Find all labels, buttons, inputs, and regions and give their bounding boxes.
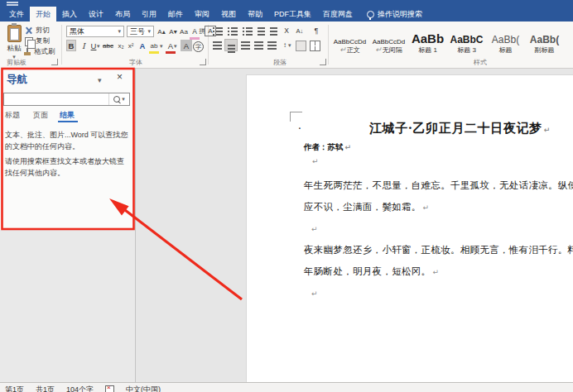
align-right-button[interactable] <box>241 41 250 43</box>
nav-tab-headings[interactable]: 标题 <box>5 110 20 121</box>
text-effects-button[interactable]: A <box>137 40 147 51</box>
shading-button[interactable] <box>296 41 306 51</box>
format-painter-button[interactable]: 格式刷 <box>23 47 55 57</box>
number-list-lines <box>231 27 238 29</box>
quick-access-toolbar[interactable] <box>7 2 20 6</box>
style-normal[interactable]: AaBbCcDd ↵正文 <box>331 25 368 55</box>
align-left-button[interactable] <box>213 41 222 43</box>
style-name: 标题 1 <box>418 45 437 55</box>
subscript-button[interactable]: x₂ <box>116 40 126 51</box>
asian-layout-button[interactable]: X <box>282 25 291 36</box>
status-page-number[interactable]: 第1页 <box>5 385 24 392</box>
body-line[interactable]: ↵ <box>304 282 573 304</box>
status-language[interactable]: 中文(中国) <box>126 385 161 392</box>
status-bar: 第1页 共1页 104个字 中文(中国) <box>0 382 573 392</box>
style-heading1[interactable]: AaBb 标题 1 <box>409 25 446 55</box>
clipboard-dialog-launcher[interactable] <box>51 59 58 65</box>
nav-description-2: 请使用搜索框查找文本或者放大镜查找任何其他内容。 <box>5 156 130 179</box>
paste-button[interactable]: 粘贴 ▾ <box>3 25 25 61</box>
style-no-spacing[interactable]: AaBbCcDd ↵无间隔 <box>370 25 407 55</box>
tell-me-search[interactable]: 操作说明搜索 <box>367 7 422 22</box>
text-highlight-button[interactable]: ab <box>149 40 159 54</box>
grow-font-button[interactable]: A▴ <box>156 26 166 37</box>
font-name-combo[interactable]: 黑体 ▾ <box>66 26 124 37</box>
font-size-value: 三号 <box>130 26 145 37</box>
tab-layout[interactable]: 布局 <box>109 7 136 22</box>
document-title[interactable]: 江城子·乙卯正月二十日夜记梦↵ <box>369 121 551 136</box>
status-total-pages[interactable]: 共1页 <box>36 385 55 392</box>
superscript-button[interactable]: x² <box>126 40 136 51</box>
tab-review[interactable]: 审阅 <box>189 7 215 22</box>
body-line[interactable]: 应不识，尘满面，鬓如霜。↵ <box>304 196 573 218</box>
body-line[interactable]: 年肠断处，明月夜，短松冈。↵ <box>304 261 573 282</box>
tab-pdf-tools[interactable]: PDF工具集 <box>268 7 317 22</box>
pane-options-chevron[interactable]: ▾ <box>98 76 102 84</box>
style-title[interactable]: AaBb( 标题 <box>487 25 524 55</box>
status-word-count[interactable]: 104个字 <box>66 385 94 392</box>
body-line[interactable]: ↵ <box>304 218 573 239</box>
cut-button[interactable]: 剪切 <box>25 26 50 36</box>
tab-design[interactable]: 设计 <box>83 7 109 22</box>
pilcrow-mark: ↵ <box>312 157 319 165</box>
proofing-errors-icon[interactable] <box>105 385 114 392</box>
numbering-button[interactable] <box>228 27 238 29</box>
nav-tab-results[interactable]: 结果 <box>60 110 75 121</box>
tab-help[interactable]: 帮助 <box>242 7 268 22</box>
bold-button[interactable]: B <box>66 40 76 51</box>
style-name: ↵无间隔 <box>375 45 402 55</box>
chevron-down-icon: ▾ <box>118 28 121 35</box>
body-line[interactable]: 年生死两茫茫，不思量，自难忘。千里孤坟，无处话凄凉。纵使相逢 <box>304 174 573 196</box>
clipboard-group-label: 剪贴板 <box>7 58 26 67</box>
copy-label: 复制 <box>36 36 50 46</box>
tab-insert[interactable]: 插入 <box>56 7 83 22</box>
copy-icon <box>25 37 33 46</box>
document-author[interactable]: 作者：苏轼↵ <box>304 142 351 153</box>
tab-file[interactable]: 文件 <box>3 7 30 22</box>
italic-button[interactable]: I <box>79 40 89 51</box>
tab-baidu-netdisk[interactable]: 百度网盘 <box>317 7 359 22</box>
character-shading-button[interactable]: A <box>181 40 192 51</box>
tab-references[interactable]: 引用 <box>136 7 162 22</box>
decrease-indent-button[interactable] <box>258 27 265 29</box>
chevron-down-icon: ▾ <box>160 43 163 50</box>
copy-button[interactable]: 复制 <box>25 36 50 46</box>
align-center-button[interactable] <box>224 39 238 51</box>
font-dialog-launcher[interactable] <box>200 59 206 65</box>
format-painter-label: 格式刷 <box>34 47 55 57</box>
brush-icon <box>23 48 31 56</box>
paragraph-dialog-launcher[interactable] <box>320 59 326 65</box>
tell-me-label: 操作说明搜索 <box>378 9 422 20</box>
search-button[interactable]: ▾ <box>108 93 129 105</box>
nav-tab-pages[interactable]: 页面 <box>33 110 48 121</box>
tab-view[interactable]: 视图 <box>215 7 242 22</box>
document-page[interactable]: · 江城子·乙卯正月二十日夜记梦↵ 作者：苏轼↵ ↵ 年生死两茫茫，不思量，自难… <box>246 74 573 383</box>
body-line[interactable]: 夜来幽梦忽还乡，小轩窗，正梳妆。相顾无言，惟有泪千行。料得年 <box>304 239 573 261</box>
bullet-list-icon <box>213 27 214 29</box>
nav-description-1: 文本、批注、图片...Word 可以查找您的文档中的任何内容。 <box>5 130 130 152</box>
group-divider <box>328 25 329 65</box>
style-preview: AaBb <box>412 31 444 45</box>
sort-button[interactable]: A↓ <box>295 25 305 36</box>
style-subtitle[interactable]: AaBb( 副标题 <box>526 25 563 55</box>
show-marks-button[interactable]: ¶ <box>311 25 321 36</box>
distribute-button[interactable] <box>267 41 277 43</box>
search-input[interactable] <box>4 93 108 105</box>
pane-divider[interactable] <box>135 68 136 382</box>
close-icon[interactable]: × <box>117 71 123 83</box>
change-case-button[interactable]: Aa <box>179 26 189 37</box>
font-name-value: 黑体 <box>70 26 84 37</box>
multilevel-list-button[interactable] <box>243 27 253 29</box>
strikethrough-button[interactable]: abc <box>103 40 113 51</box>
justify-button[interactable] <box>254 41 263 43</box>
shrink-font-button[interactable]: A▾ <box>168 26 178 37</box>
font-size-combo[interactable]: 三号 ▾ <box>127 26 154 37</box>
bullets-button[interactable] <box>213 27 223 29</box>
borders-button[interactable] <box>310 41 320 51</box>
title-bullet: · <box>298 123 301 135</box>
tab-mailings[interactable]: 邮件 <box>162 7 189 22</box>
style-heading3[interactable]: AaBbC 标题 3 <box>448 25 485 55</box>
increase-indent-button[interactable] <box>270 27 277 29</box>
enclose-character-button[interactable]: 字 <box>193 41 204 52</box>
font-group-label: 字体 <box>129 58 142 67</box>
tab-home[interactable]: 开始 <box>30 7 56 22</box>
